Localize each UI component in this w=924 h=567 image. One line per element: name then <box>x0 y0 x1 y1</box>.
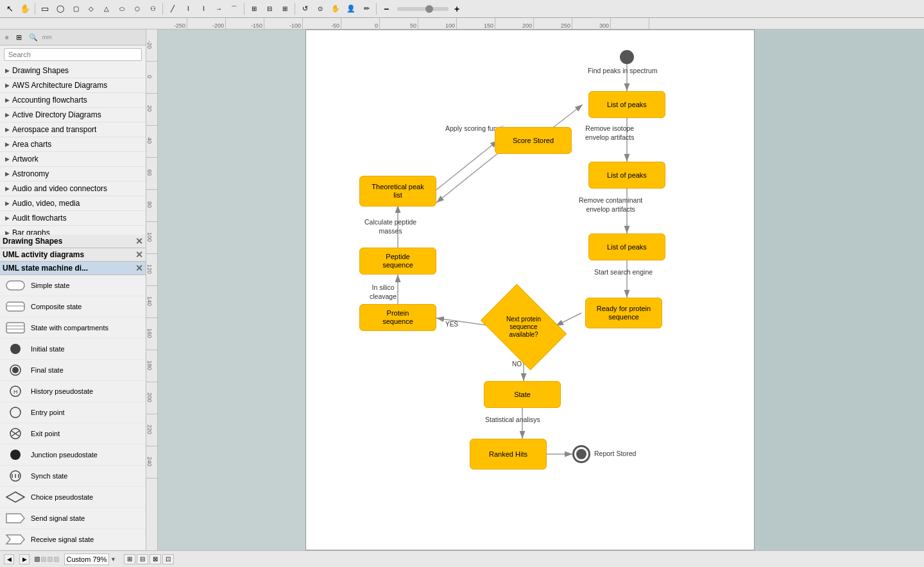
zoom-input[interactable] <box>64 554 109 565</box>
svg-marker-20 <box>6 492 24 502</box>
search-btn[interactable]: 🔍 <box>27 31 40 44</box>
uml-junction-pseudostate[interactable]: Junction pseudostate <box>0 444 146 466</box>
state-node[interactable]: State <box>484 381 561 408</box>
close-uml-state[interactable]: ✕ <box>135 263 143 273</box>
pen-btn[interactable]: ✏ <box>359 2 373 16</box>
page-dot-2[interactable] <box>41 557 46 562</box>
arrow-btn[interactable]: → <box>212 2 226 16</box>
sep1 <box>35 3 35 15</box>
canvas-area[interactable]: Find peaks in spectrum List of peaks Rem… <box>158 30 924 550</box>
panel-tabs: ≡ ⊞ 🔍 mm <box>0 30 146 46</box>
ranked-hits-node[interactable]: Ranked Hits <box>470 439 547 470</box>
category-area-charts[interactable]: ▶ Area charts <box>0 137 146 152</box>
ready-node[interactable]: Ready for proteinsequence <box>585 298 662 328</box>
zoom-in-btn[interactable]: + <box>450 2 464 16</box>
category-accounting[interactable]: ▶ Accounting flowcharts <box>0 93 146 108</box>
uml-send-signal[interactable]: Send signal state <box>0 508 146 529</box>
horizontal-ruler: -250 -200 -150 -100 -50 0 50 100 150 200… <box>0 18 924 30</box>
uml-initial-state[interactable]: Initial state <box>0 339 146 360</box>
zoom-slider[interactable] <box>397 7 449 11</box>
diamond-node[interactable]: Next proteinsequenceavailable? <box>488 301 559 353</box>
page-selector <box>35 557 59 562</box>
line-btn[interactable]: ╱ <box>166 2 180 16</box>
close-drawing-shapes[interactable]: ✕ <box>135 236 143 246</box>
uml-composite-state[interactable]: Composite state <box>0 296 146 317</box>
svg-marker-21 <box>6 514 24 523</box>
uml-choice-pseudostate[interactable]: Choice pseudostate <box>0 487 146 508</box>
yes-label: YES <box>445 321 458 328</box>
theoretical-peak-node[interactable]: Theoretical peaklist <box>359 176 436 207</box>
zoom-dropdown-arrow[interactable]: ▼ <box>110 556 116 563</box>
entry-point-icon <box>5 405 26 420</box>
category-aws[interactable]: ▶ AWS Architecture Diagrams <box>0 78 146 93</box>
container-btn[interactable]: ⊞ <box>247 2 261 16</box>
close-uml-activity[interactable]: ✕ <box>135 250 143 260</box>
list-peaks-2[interactable]: List of peaks <box>588 162 665 189</box>
curve-btn[interactable]: ⌒ <box>227 2 241 16</box>
view-btn-2[interactable]: ⊟ <box>137 554 148 564</box>
uml-simple-state[interactable]: Simple state <box>0 275 146 296</box>
simple-state-icon <box>5 278 26 293</box>
diamond-btn[interactable]: ◇ <box>84 2 98 16</box>
uml-history-pseudostate[interactable]: H History pseudostate <box>0 381 146 402</box>
category-audio-media[interactable]: ▶ Audio, video, media <box>0 196 146 211</box>
uml-state-compartments[interactable]: State with compartments <box>0 317 146 339</box>
uml-receive-signal[interactable]: Receive signal state <box>0 529 146 550</box>
end-node[interactable] <box>572 445 590 463</box>
user-btn[interactable]: 👤 <box>344 2 358 16</box>
category-drawing-shapes[interactable]: ▶ Drawing Shapes <box>0 63 146 78</box>
search-input[interactable] <box>4 48 142 61</box>
list-peaks-3[interactable]: List of peaks <box>588 233 665 260</box>
category-aerospace[interactable]: ▶ Aerospace and transport <box>0 123 146 137</box>
connect-btn[interactable]: ⌇ <box>181 2 195 16</box>
composite-state-icon <box>5 299 26 314</box>
hexagon-btn[interactable]: ⬡ <box>130 2 144 16</box>
category-active-directory[interactable]: ▶ Active Directory Diagrams <box>0 108 146 123</box>
uml-synch-state[interactable]: Synch state <box>0 466 146 487</box>
category-bar-graphs[interactable]: ▶ Bar graphs <box>0 226 146 235</box>
pan-btn[interactable]: ✋ <box>329 2 343 16</box>
view-btn-4[interactable]: ⊡ <box>162 554 174 564</box>
triangle-btn[interactable]: △ <box>99 2 114 16</box>
page-dot-4[interactable] <box>54 557 59 562</box>
svg-point-15 <box>10 450 21 460</box>
zoom-thumb[interactable] <box>425 5 433 13</box>
nav-prev-btn[interactable]: ◀ <box>4 554 14 564</box>
no-label: NO <box>512 360 522 368</box>
category-astronomy[interactable]: ▶ Astronomy <box>0 167 146 182</box>
list-peaks-1[interactable]: List of peaks <box>588 91 665 118</box>
uml-entry-point[interactable]: Entry point <box>0 402 146 423</box>
view-btn-3[interactable]: ⊠ <box>150 554 161 564</box>
label-silico: In silicocleavage <box>370 284 397 301</box>
nav-next-btn[interactable]: ▶ <box>19 554 30 564</box>
score-node[interactable]: Score Stored <box>495 127 572 154</box>
fit-page-btn[interactable]: ⊞ <box>124 554 135 564</box>
category-artwork[interactable]: ▶ Artwork <box>0 152 146 167</box>
actor-btn[interactable]: ⚇ <box>146 2 160 16</box>
swimlane-btn[interactable]: ⊟ <box>262 2 277 16</box>
grid-view-btn[interactable]: ⊞ <box>13 31 26 44</box>
rect-btn[interactable]: ▭ <box>38 2 52 16</box>
waypoint-btn[interactable]: ⌇ <box>196 2 210 16</box>
ellipse-btn[interactable]: ◯ <box>53 2 67 16</box>
uml-final-state[interactable]: Final state <box>0 360 146 381</box>
pointer-tool-btn[interactable]: ↖ <box>3 2 17 16</box>
rounded-rect-btn[interactable]: ▢ <box>69 2 83 16</box>
protein-node[interactable]: Proteinsequence <box>359 304 436 331</box>
vertical-ruler: -20 0 20 40 60 80 100 120 140 160 180 20… <box>146 30 158 550</box>
exit-point-icon <box>5 426 26 441</box>
hand-tool-btn[interactable]: ✋ <box>18 2 32 16</box>
refresh-btn[interactable]: ↺ <box>298 2 312 16</box>
peptide-node[interactable]: Peptidesequence <box>359 248 436 275</box>
zoom-fit-btn[interactable]: ⊙ <box>313 2 327 16</box>
sep5 <box>376 3 377 15</box>
table-btn[interactable]: ⊞ <box>278 2 292 16</box>
zoom-out-btn[interactable]: − <box>379 2 393 16</box>
category-audio-connectors[interactable]: ▶ Audio and video connectors <box>0 182 146 196</box>
cylinder-btn[interactable]: ⬭ <box>115 2 129 16</box>
uml-exit-point[interactable]: Exit point <box>0 423 146 444</box>
category-audit-flowcharts[interactable]: ▶ Audit flowcharts <box>0 211 146 226</box>
page-dot-3[interactable] <box>47 557 53 562</box>
start-node[interactable] <box>620 50 634 64</box>
page-dot-1[interactable] <box>35 557 40 562</box>
